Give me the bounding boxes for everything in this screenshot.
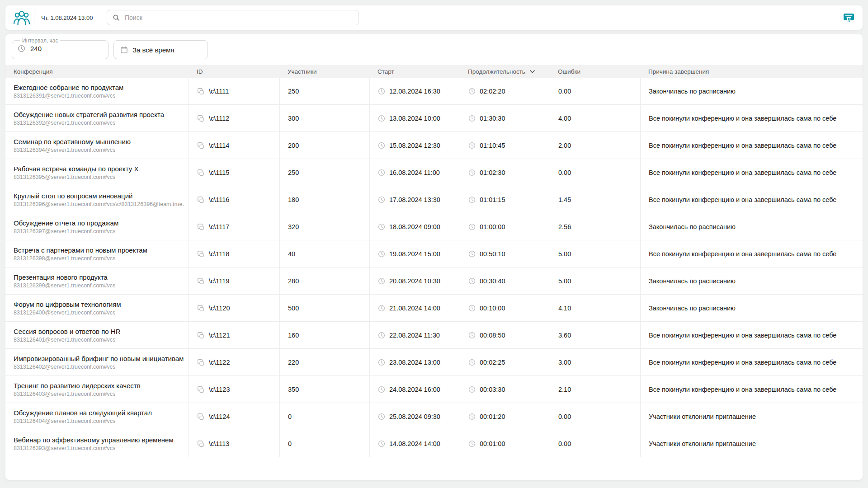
header-cell-id[interactable]: ID [189,65,279,78]
conference-uri: 8313126396@server1.trueconf.com#vcs\c\83… [14,201,185,207]
copy-icon [197,332,204,339]
table-row[interactable]: Семинар по креативному мышлению 83131263… [5,132,863,159]
clock-icon [378,413,385,420]
end-reason: Участники отклонили приглашение [649,413,756,420]
table-row[interactable]: Обсуждение новых стратегий развития прое… [5,105,863,132]
duration-value: 01:01:15 [480,196,505,203]
duration-cell: 01:01:15 [460,186,550,213]
reason-cell: Все покинули конференцию и она завершила… [640,349,863,375]
errors-value: 0.00 [558,169,571,176]
conference-id: \c\1119 [209,277,229,285]
errors-cell: 3.00 [550,349,640,375]
start-cell: 19.08.2024 15:00 [369,240,460,267]
copy-id-button[interactable] [197,115,204,122]
table-row[interactable]: Сессия вопросов и ответов по HR 83131264… [5,322,863,349]
participants-cell: 220 [279,349,369,375]
conference-name: Сессия вопросов и ответов по HR [14,328,121,335]
interval-field[interactable]: Интервал, час [12,40,108,59]
table-row[interactable]: Тренинг по развитию лидерских качеств 83… [5,376,863,403]
app-logo[interactable] [12,9,32,27]
id-cell: \c\1120 [189,295,279,321]
reason-cell: Все покинули конференцию и она завершила… [640,322,863,348]
clock-icon [468,169,476,176]
search-input[interactable] [124,14,353,22]
table-row[interactable]: Обсуждение отчета по продажам 8313126397… [5,213,863,240]
duration-value: 00:01:00 [480,440,505,447]
table-row[interactable]: Импровизированный брифинг по новым иници… [5,349,863,376]
copy-id-button[interactable] [197,169,204,176]
clock-icon [468,359,476,366]
id-cell: \c\1118 [189,240,279,267]
participants-count: 250 [288,88,299,95]
id-cell: \c\1115 [189,159,279,186]
datetime-label: Чт. 1.08.2024 13:00 [41,5,93,30]
conference-cell: Рабочая встреча команды по проекту X 831… [5,159,189,186]
table-row[interactable]: Презентация нового продукта 8313126399@s… [5,267,863,295]
conference-name: Тренинг по развитию лидерских качеств [14,382,141,389]
copy-id-button[interactable] [197,440,204,447]
table-row[interactable]: Ежегодное собрание по продуктам 83131263… [5,78,863,105]
conference-id: \c\1120 [209,305,230,312]
header-cell-conference[interactable]: Конференция [5,65,189,78]
copy-icon [197,169,204,176]
copy-id-button[interactable] [197,386,204,393]
header-cell-participants[interactable]: Участники [279,65,369,78]
header-cell-errors[interactable]: Ошибки [550,65,640,78]
duration-cell: 00:02:25 [460,349,550,375]
start-time: 20.08.2024 10:30 [389,277,440,285]
header-cell-start[interactable]: Старт [369,65,460,78]
interval-input[interactable] [29,44,85,53]
start-time: 18.08.2024 09:00 [389,223,440,230]
conference-id: \c\1122 [209,359,230,366]
reason-cell: Все покинули конференцию и она завершила… [640,105,863,131]
start-time: 15.08.2024 12:30 [389,142,440,149]
clock-icon [378,277,385,285]
copy-id-button[interactable] [197,250,204,258]
copy-id-button[interactable] [197,142,204,149]
license-button[interactable] [842,11,855,24]
period-field[interactable]: За всё время [113,40,208,59]
copy-id-button[interactable] [197,196,204,203]
conference-cell: Семинар по креативному мышлению 83131263… [5,132,189,159]
search-box[interactable] [107,10,359,25]
copy-id-button[interactable] [197,88,204,95]
table-row[interactable]: Рабочая встреча команды по проекту X 831… [5,159,863,186]
table-row[interactable]: Вебинар по эффективному управлению време… [5,430,863,457]
clock-icon [468,142,476,149]
copy-id-button[interactable] [197,332,204,339]
conference-id: \c\1112 [209,115,229,122]
copy-id-button[interactable] [197,305,204,312]
table-row[interactable]: Встреча с партнерами по новым проектам 8… [5,240,863,267]
conference-uri: 8313126395@server1.trueconf.com#vcs [14,174,115,180]
table-row[interactable]: Форум по цифровым технологиям 8313126400… [5,295,863,322]
clock-icon [468,386,476,393]
conference-panel: Интервал, час За всё время Кон [5,34,863,480]
reason-cell: Закончилась по расписанию [640,213,863,240]
copy-id-button[interactable] [197,413,204,420]
end-reason: Закончилась по расписанию [649,277,736,285]
topbar: Чт. 1.08.2024 13:00 [5,5,863,30]
table-row[interactable]: Обсуждение планов на следующий квартал 8… [5,403,863,430]
errors-cell: 1.45 [550,186,640,213]
end-reason: Все покинули конференцию и она завершила… [649,196,836,203]
header-cell-reason[interactable]: Причина завершения [640,65,863,78]
copy-id-button[interactable] [197,223,204,230]
conference-uri: 8313126392@server1.trueconf.com#vcs [14,120,115,126]
start-cell: 24.08.2024 16:00 [369,376,460,403]
clock-icon [378,196,385,203]
id-cell: \c\1112 [189,105,279,131]
start-cell: 25.08.2024 09:30 [369,403,460,430]
end-reason: Все покинули конференцию и она завершила… [649,359,836,366]
errors-value: 3.60 [558,332,571,339]
start-cell: 23.08.2024 13:00 [369,349,460,375]
participants-cell: 320 [279,213,369,240]
reason-cell: Все покинули конференцию и она завершила… [640,376,863,403]
errors-value: 4.10 [558,305,571,312]
copy-id-button[interactable] [197,277,204,285]
conference-uri: 8313126403@server1.trueconf.com#vcs [14,391,115,397]
reason-cell: Закончилась по расписанию [640,295,863,321]
header-cell-duration[interactable]: Продолжительность [460,65,550,78]
copy-icon [197,115,204,122]
table-row[interactable]: Круглый стол по вопросам инноваций 83131… [5,186,863,213]
copy-id-button[interactable] [197,359,204,366]
